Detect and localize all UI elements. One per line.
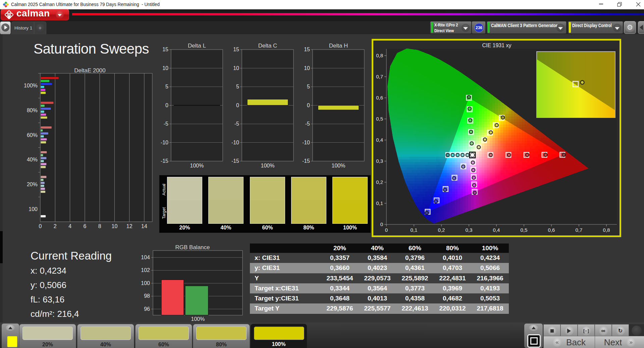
svg-text:0,4: 0,4 <box>493 227 500 233</box>
svg-text:100%: 100% <box>191 316 205 322</box>
svg-text:15: 15 <box>233 47 239 52</box>
svg-text:20%: 20% <box>27 182 38 187</box>
svg-text:104: 104 <box>141 255 150 260</box>
svg-text:Delta C: Delta C <box>258 43 277 49</box>
svg-text:-10: -10 <box>231 140 239 145</box>
svg-text:-10: -10 <box>161 140 168 145</box>
svg-text:8: 8 <box>98 223 101 229</box>
svg-text:15: 15 <box>162 47 168 52</box>
svg-text:Delta H: Delta H <box>329 43 348 49</box>
svg-text:6: 6 <box>83 223 86 229</box>
svg-text:10: 10 <box>233 65 239 71</box>
svg-text:4: 4 <box>68 223 71 229</box>
svg-text:0,2: 0,2 <box>438 227 445 233</box>
svg-text:100%: 100% <box>24 83 38 88</box>
svg-text:14: 14 <box>141 223 147 229</box>
svg-text:96: 96 <box>144 306 150 312</box>
svg-text:0,7: 0,7 <box>376 74 383 79</box>
svg-text:0,1: 0,1 <box>411 227 418 233</box>
svg-text:100: 100 <box>29 206 38 212</box>
svg-text:80%: 80% <box>27 108 38 113</box>
svg-text:0,6: 0,6 <box>376 95 383 100</box>
svg-text:100%: 100% <box>332 163 345 168</box>
svg-text:0,6: 0,6 <box>548 227 555 233</box>
svg-text:-15: -15 <box>302 158 310 164</box>
svg-text:5: 5 <box>236 84 239 89</box>
svg-text:5: 5 <box>165 84 168 89</box>
svg-text:DeltaE 2000: DeltaE 2000 <box>74 67 106 74</box>
svg-text:100%: 100% <box>261 163 275 168</box>
svg-text:0,1: 0,1 <box>376 200 383 206</box>
svg-text:0: 0 <box>39 223 42 229</box>
svg-text:0,3: 0,3 <box>376 158 383 164</box>
svg-text:0: 0 <box>236 102 239 108</box>
svg-text:10: 10 <box>162 65 168 71</box>
svg-text:15: 15 <box>304 47 310 52</box>
svg-text:0,5: 0,5 <box>376 116 383 122</box>
svg-text:0,4: 0,4 <box>376 137 383 143</box>
svg-text:0: 0 <box>307 102 310 108</box>
svg-text:102: 102 <box>141 267 150 273</box>
svg-text:0,5: 0,5 <box>521 227 528 233</box>
svg-text:-15: -15 <box>231 158 239 164</box>
svg-text:10: 10 <box>112 223 118 229</box>
svg-text:60%: 60% <box>27 132 38 138</box>
svg-text:40%: 40% <box>27 157 38 162</box>
svg-text:-15: -15 <box>161 158 168 164</box>
svg-text:100: 100 <box>141 280 150 286</box>
svg-text:-10: -10 <box>302 140 310 145</box>
svg-text:0: 0 <box>165 102 168 108</box>
svg-text:0,7: 0,7 <box>576 227 583 233</box>
svg-text:RGB Balance: RGB Balance <box>175 244 210 251</box>
svg-text:2: 2 <box>54 223 57 229</box>
svg-text:-5: -5 <box>234 121 239 127</box>
svg-text:Delta L: Delta L <box>188 43 206 49</box>
svg-text:0,2: 0,2 <box>376 179 383 185</box>
svg-text:100%: 100% <box>190 163 204 168</box>
svg-text:-5: -5 <box>164 121 168 127</box>
svg-text:CIE 1931 xy: CIE 1931 xy <box>482 43 511 48</box>
svg-text:0,8: 0,8 <box>603 227 610 233</box>
svg-text:-5: -5 <box>305 121 310 127</box>
svg-text:0,8: 0,8 <box>376 53 383 58</box>
svg-text:5: 5 <box>307 84 310 89</box>
svg-text:12: 12 <box>126 223 132 229</box>
svg-text:0,3: 0,3 <box>466 227 473 233</box>
svg-text:10: 10 <box>304 65 310 71</box>
svg-text:0: 0 <box>380 221 383 227</box>
svg-text:98: 98 <box>144 293 150 299</box>
svg-text:0: 0 <box>385 227 388 233</box>
